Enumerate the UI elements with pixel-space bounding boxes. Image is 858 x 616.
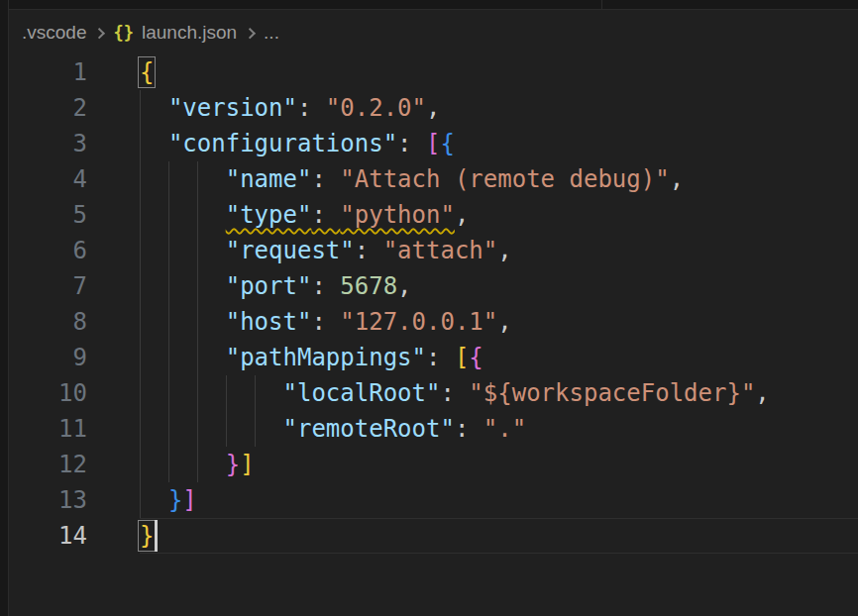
code-token: : [455, 415, 483, 443]
code-token: { [140, 58, 154, 86]
line-number[interactable]: 5 [9, 197, 87, 233]
code-content: "configurations": [{ [87, 126, 455, 161]
code-token: : [440, 379, 469, 407]
code-content: "host": "127.0.0.1", [87, 304, 512, 340]
code-content: "localRoot": "${workspaceFolder}", [87, 375, 770, 411]
tab-bar-bottom-edge [9, 0, 858, 10]
text-cursor [155, 520, 158, 552]
code-token: [ [455, 344, 469, 371]
code-content: { [87, 54, 154, 90]
code-content: "request": "attach", [87, 233, 512, 268]
line-number[interactable]: 14 [9, 518, 87, 554]
breadcrumb-file[interactable]: launch.json [142, 22, 237, 44]
code-token: , [755, 379, 769, 407]
line-number[interactable]: 13 [9, 482, 87, 518]
code-token: { [440, 130, 454, 157]
code-token [140, 272, 226, 300]
vscode-window: { "breadcrumb": { "items": [ { "label": … [0, 0, 858, 616]
code-line[interactable]: 9 "pathMappings": [{ [9, 340, 858, 375]
code-line[interactable]: 12 }] [9, 447, 858, 482]
code-token: : [311, 308, 340, 336]
code-token: , [670, 165, 684, 193]
line-number[interactable]: 4 [9, 161, 87, 197]
code-token: "configurations" [168, 130, 397, 157]
code-token: "." [483, 415, 526, 443]
code-token: ] [182, 486, 196, 514]
code-token [140, 344, 226, 371]
line-number[interactable]: 12 [9, 447, 87, 482]
code-token [140, 415, 283, 443]
code-token [140, 237, 226, 264]
code-token [140, 94, 168, 122]
code-rows: 1{2 "version": "0.2.0",3 "configurations… [9, 54, 858, 554]
code-token: : [311, 201, 340, 229]
chevron-right-icon [94, 28, 105, 39]
code-token [140, 486, 168, 514]
code-editor[interactable]: 1{2 "version": "0.2.0",3 "configurations… [9, 54, 858, 616]
line-number[interactable]: 11 [9, 411, 87, 447]
line-number[interactable]: 6 [9, 233, 87, 268]
breadcrumb-symbol[interactable]: ... [264, 22, 279, 44]
code-line[interactable]: 14} [9, 518, 858, 554]
code-token [140, 308, 226, 336]
code-token [140, 130, 168, 157]
code-token: , [455, 201, 469, 229]
code-token [140, 379, 283, 407]
code-line[interactable]: 6 "request": "attach", [9, 233, 858, 268]
line-number[interactable]: 3 [9, 126, 87, 161]
line-number[interactable]: 9 [9, 340, 87, 375]
tab-separator [601, 0, 602, 10]
line-number[interactable]: 7 [9, 268, 87, 304]
code-token [140, 201, 226, 229]
code-token: "${workspaceFolder}" [469, 379, 755, 407]
code-token [140, 165, 226, 193]
code-line[interactable]: 3 "configurations": [{ [9, 126, 858, 161]
code-content: "version": "0.2.0", [87, 90, 440, 126]
code-token: , [426, 94, 440, 122]
window-left-edge [0, 0, 9, 616]
code-token: } [140, 522, 154, 550]
code-token: : [426, 344, 455, 371]
code-content: "port": 5678, [87, 268, 412, 304]
line-number[interactable]: 1 [9, 54, 87, 90]
code-line[interactable]: 10 "localRoot": "${workspaceFolder}", [9, 375, 858, 411]
code-line[interactable]: 8 "host": "127.0.0.1", [9, 304, 858, 340]
code-content: "remoteRoot": "." [87, 411, 526, 447]
code-token: : [355, 237, 383, 264]
code-token: { [469, 344, 483, 371]
code-line[interactable]: 11 "remoteRoot": "." [9, 411, 858, 447]
code-token: "port" [226, 272, 312, 300]
code-token: , [497, 237, 511, 264]
code-token: , [497, 308, 511, 336]
code-line[interactable]: 13 }] [9, 482, 858, 518]
code-token: : [397, 130, 426, 157]
code-token: "localRoot" [283, 379, 441, 407]
code-token: , [397, 272, 411, 300]
code-token: } [168, 486, 182, 514]
line-number[interactable]: 2 [9, 90, 87, 126]
code-token: "0.2.0" [326, 94, 426, 122]
line-number[interactable]: 10 [9, 375, 87, 411]
code-token: "request" [226, 237, 355, 264]
code-content: } [87, 518, 154, 554]
code-content: }] [87, 482, 197, 518]
breadcrumb-folder[interactable]: .vscode [22, 22, 86, 44]
line-number[interactable]: 8 [9, 304, 87, 340]
code-line[interactable]: 4 "name": "Attach (remote debug)", [9, 161, 858, 197]
code-token: "remoteRoot" [283, 415, 455, 443]
code-token: "host" [226, 308, 312, 336]
code-token: "pathMappings" [226, 344, 426, 371]
code-line[interactable]: 7 "port": 5678, [9, 268, 858, 304]
chevron-right-icon [245, 28, 256, 39]
code-line[interactable]: 1{ [9, 54, 858, 90]
code-token: : [297, 94, 326, 122]
code-token: "python" [340, 201, 455, 229]
code-token: "type" [226, 201, 312, 229]
breadcrumb: .vscode {} launch.json ... [9, 11, 858, 54]
code-line[interactable]: 2 "version": "0.2.0", [9, 90, 858, 126]
code-token: : [311, 272, 340, 300]
code-token [140, 451, 226, 478]
code-line[interactable]: 5 "type": "python", [9, 197, 858, 233]
code-content: "name": "Attach (remote debug)", [87, 161, 684, 197]
code-token: : [311, 165, 340, 193]
